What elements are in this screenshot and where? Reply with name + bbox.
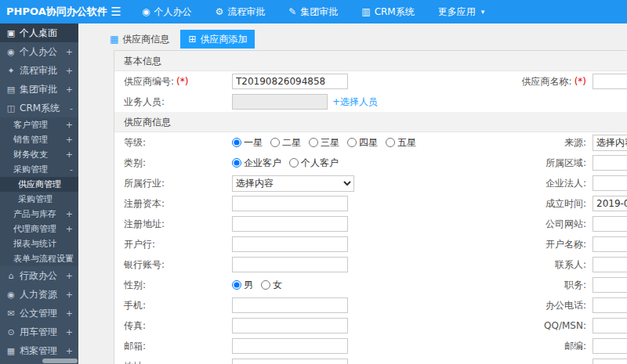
expand-icon[interactable]: + bbox=[66, 327, 73, 337]
sidebar-item-form-flow-settings[interactable]: 表单与流程设置 + bbox=[0, 251, 78, 266]
sales-person-input[interactable] bbox=[232, 94, 328, 110]
sidebar-item-purchasing[interactable]: 采购管理 bbox=[0, 192, 78, 207]
radio-input[interactable] bbox=[309, 138, 318, 147]
bank-account-input[interactable] bbox=[232, 257, 348, 272]
registered-capital-input[interactable] bbox=[232, 196, 348, 211]
tab-supplier-add[interactable]: ⊞ 供应商添加 bbox=[180, 30, 255, 49]
expand-icon[interactable]: + bbox=[66, 290, 73, 300]
sidebar-item-product-inventory[interactable]: 产品与库存 + bbox=[0, 207, 78, 222]
expand-icon[interactable]: + bbox=[66, 209, 73, 219]
office-phone-input[interactable] bbox=[593, 297, 627, 313]
sidebar-item-finance[interactable]: 财务收支 + bbox=[0, 147, 78, 162]
fax-input[interactable] bbox=[232, 318, 348, 333]
expand-icon[interactable]: + bbox=[66, 47, 73, 57]
expand-icon[interactable]: + bbox=[66, 135, 73, 145]
radio-input[interactable] bbox=[289, 158, 299, 168]
sidebar-item-admin-office[interactable]: ⌂ 行政办公 + bbox=[0, 266, 78, 285]
nav-process-approval[interactable]: ⚙ 流程审批 bbox=[203, 0, 277, 23]
label-text: 成立时间: bbox=[545, 198, 586, 209]
radio-gender-female[interactable]: 女 bbox=[261, 279, 282, 292]
label-text: 等级: bbox=[124, 137, 146, 148]
supplier-name-input[interactable] bbox=[593, 74, 627, 89]
source-select[interactable]: 选择内容 bbox=[593, 135, 627, 151]
legal-person-input[interactable] bbox=[593, 175, 627, 191]
radio-input[interactable] bbox=[232, 138, 241, 147]
expand-icon[interactable]: + bbox=[66, 308, 73, 319]
expand-icon[interactable]: + bbox=[66, 150, 73, 160]
industry-select[interactable]: 选择内容 bbox=[232, 175, 354, 192]
contact-input[interactable] bbox=[593, 257, 627, 272]
tab-supplier-info[interactable]: ▦ 供应商信息 bbox=[102, 30, 177, 49]
form-row-supplier-code: 供应商编号:(*) 供应商名称:(*) bbox=[114, 71, 627, 92]
bank-input[interactable] bbox=[232, 236, 348, 252]
sidebar-item-group-approval[interactable]: ▤ 集团审批 + bbox=[0, 80, 78, 99]
registered-address-input[interactable] bbox=[232, 216, 348, 232]
form-row-bank-account: 银行账号: 联系人: bbox=[114, 254, 627, 275]
menu-toggle-icon[interactable]: ☰ bbox=[102, 5, 130, 19]
radio-input[interactable] bbox=[232, 158, 241, 168]
label-text: 业务人员: bbox=[124, 96, 165, 107]
expand-icon[interactable]: + bbox=[66, 346, 73, 356]
nav-label: 更多应用 bbox=[438, 5, 476, 19]
zip-input[interactable] bbox=[593, 338, 627, 354]
sidebar-item-hr[interactable]: ◉ 人力资源 + bbox=[0, 285, 78, 304]
radio-input[interactable] bbox=[347, 138, 357, 147]
radio-category-personal[interactable]: 个人客户 bbox=[289, 157, 339, 170]
email-input[interactable] bbox=[232, 338, 348, 354]
website-input[interactable] bbox=[593, 216, 627, 232]
radio-input[interactable] bbox=[232, 280, 241, 290]
radio-level-1[interactable]: 一星 bbox=[232, 136, 263, 150]
expand-icon[interactable]: + bbox=[66, 120, 73, 130]
radio-gender-male[interactable]: 男 bbox=[232, 279, 253, 292]
radio-level-5[interactable]: 五星 bbox=[386, 136, 416, 150]
label-text: 开户名称: bbox=[545, 239, 586, 250]
position-input[interactable] bbox=[593, 277, 627, 293]
nav-crm-system[interactable]: ▥ CRM系统 bbox=[350, 0, 426, 23]
nav-more-apps[interactable]: 更多应用 ▾ bbox=[426, 0, 497, 23]
radio-input[interactable] bbox=[386, 138, 395, 147]
supplier-code-input[interactable] bbox=[232, 74, 348, 89]
radio-input[interactable] bbox=[270, 138, 280, 147]
radio-level-3[interactable]: 三星 bbox=[309, 136, 339, 150]
sidebar-scrollbar[interactable] bbox=[42, 359, 78, 363]
sidebar-item-purchase-mgmt[interactable]: 采购管理 - bbox=[0, 162, 78, 177]
unlabeled-input[interactable] bbox=[593, 359, 627, 364]
sidebar-item-agent-mgmt[interactable]: 代理商管理 + bbox=[0, 222, 78, 236]
expand-icon[interactable]: + bbox=[66, 271, 73, 281]
collapse-icon[interactable]: - bbox=[70, 103, 73, 114]
select-person-link[interactable]: +选择人员 bbox=[332, 96, 378, 109]
sidebar-item-supplier-mgmt[interactable]: 供应商管理 bbox=[0, 177, 78, 192]
qq-msn-input[interactable] bbox=[593, 318, 627, 333]
region-input[interactable] bbox=[593, 155, 627, 171]
sidebar-item-vehicle-mgmt[interactable]: ⊙ 用车管理 + bbox=[0, 323, 78, 341]
sidebar-item-personal-desktop[interactable]: ▣ 个人桌面 bbox=[0, 23, 78, 42]
field-label: 手机: bbox=[114, 299, 232, 312]
sidebar-item-customer-mgmt[interactable]: 客户管理 + bbox=[0, 117, 78, 132]
sidebar-item-sales-mgmt[interactable]: 销售管理 + bbox=[0, 132, 78, 147]
radio-input[interactable] bbox=[261, 280, 270, 290]
radio-level-2[interactable]: 二星 bbox=[270, 136, 301, 150]
radio-level-4[interactable]: 四星 bbox=[347, 136, 378, 150]
mobile-input[interactable] bbox=[232, 297, 348, 313]
expand-icon[interactable]: + bbox=[66, 66, 73, 76]
radio-category-company[interactable]: 企业客户 bbox=[232, 157, 281, 170]
sidebar-item-archive-mgmt[interactable]: ▦ 档案管理 + bbox=[0, 341, 78, 360]
nav-group-approval[interactable]: ✎ 集团审批 bbox=[277, 0, 350, 23]
sidebar-item-crm-system[interactable]: ◫ CRM系统 - bbox=[0, 99, 78, 117]
collapse-icon[interactable]: - bbox=[70, 164, 73, 175]
sidebar-item-document-mgmt[interactable]: ✉ 公文管理 + bbox=[0, 304, 78, 323]
sidebar-item-personal-office[interactable]: ◉ 个人办公 + bbox=[0, 42, 78, 61]
sidebar-item-process-approval[interactable]: ✦ 流程审批 + bbox=[0, 61, 78, 80]
expand-icon[interactable]: + bbox=[66, 85, 73, 95]
nav-personal-office[interactable]: ◉ 个人办公 bbox=[130, 0, 203, 23]
field-label: 供应商编号:(*) bbox=[114, 75, 232, 88]
account-name-input[interactable] bbox=[593, 236, 627, 252]
expand-icon[interactable]: + bbox=[66, 254, 73, 264]
expand-icon[interactable]: + bbox=[66, 224, 73, 234]
address-input[interactable] bbox=[232, 359, 348, 364]
form-row-bank: 开户行: 开户名称: bbox=[114, 234, 627, 254]
sidebar-item-label: 销售管理 bbox=[13, 134, 48, 146]
sidebar-item-reports-stats[interactable]: 报表与统计 bbox=[0, 236, 78, 251]
sidebar-item-label: CRM系统 bbox=[20, 102, 60, 115]
founded-date-input[interactable] bbox=[593, 196, 627, 211]
